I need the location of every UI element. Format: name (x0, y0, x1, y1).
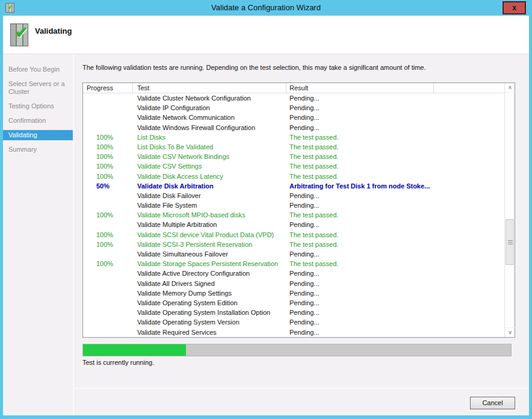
column-header-result[interactable]: Result (286, 83, 434, 93)
scroll-down-icon[interactable]: ∨ (505, 327, 515, 337)
progress-cell (83, 113, 133, 122)
table-row[interactable]: 100%Validate SCSI-3 Persistent Reservati… (83, 240, 505, 249)
result-cell: Pending... (286, 268, 505, 278)
close-button[interactable]: x (503, 1, 526, 14)
cancel-button[interactable]: Cancel (470, 397, 515, 409)
status-text: Test is currently running. (82, 359, 154, 366)
progress-cell: 100% (83, 230, 133, 240)
test-cell: Validate Cluster Network Configuration (133, 93, 286, 103)
column-header-progress[interactable]: Progress (83, 83, 133, 93)
table-row[interactable]: 100%Validate SCSI device Vital Product D… (83, 230, 505, 240)
table-row[interactable]: 100%Validate CSV Network BindingsThe tes… (83, 152, 505, 161)
table-row[interactable]: Validate Multiple ArbitrationPending... (83, 220, 505, 229)
result-cell: Pending... (286, 308, 505, 317)
progress-cell (83, 220, 133, 229)
table-row[interactable]: 100%Validate Disk Access LatencyThe test… (83, 172, 505, 181)
wizard-header: ✔ Validating (3, 16, 529, 54)
result-cell: The test passed. (286, 259, 505, 268)
instruction-text: The following validation tests are runni… (82, 64, 522, 71)
table-row[interactable]: 100%List Disks To Be ValidatedThe test p… (83, 142, 505, 152)
table-row[interactable]: Validate Cluster Network ConfigurationPe… (83, 93, 505, 103)
test-cell: Validate Operating System Version (133, 317, 286, 327)
result-cell: The test passed. (286, 152, 505, 161)
column-header-filler (434, 83, 505, 93)
result-cell: The test passed. (286, 132, 505, 142)
test-cell: Validate Disk Access Latency (133, 172, 286, 181)
table-row[interactable]: Validate Simultaneous FailoverPending... (83, 249, 505, 259)
progress-cell: 100% (83, 240, 133, 249)
progress-cell: 100% (83, 210, 133, 220)
progress-cell (83, 308, 133, 317)
progress-cell (83, 327, 133, 337)
result-cell: Pending... (286, 103, 505, 113)
result-cell: Pending... (286, 279, 505, 288)
test-table-body: Validate Cluster Network ConfigurationPe… (83, 93, 505, 337)
result-cell: Pending... (286, 93, 505, 103)
progress-cell: 100% (83, 142, 133, 152)
column-header-test[interactable]: Test (133, 83, 286, 93)
result-cell: Pending... (286, 123, 505, 132)
title-bar: ✔ Validate a Configuration Wizard x (0, 0, 532, 16)
sidebar-item-validating: Validating (3, 130, 73, 140)
table-row[interactable]: Validate Windows Firewall ConfigurationP… (83, 123, 505, 132)
progress-bar-fill (83, 344, 186, 356)
progress-cell: 100% (83, 152, 133, 161)
table-row[interactable]: 50%Validate Disk ArbitrationArbitrating … (83, 181, 505, 191)
vertical-scrollbar[interactable]: ∧ ∨ (504, 83, 515, 337)
result-cell: Pending... (286, 327, 505, 337)
window-title: Validate a Configuration Wizard (0, 0, 532, 15)
table-row[interactable]: Validate Network CommunicationPending... (83, 113, 505, 122)
result-cell: Pending... (286, 191, 505, 200)
sidebar-item-confirmation: Confirmation (3, 116, 73, 126)
sidebar-divider (73, 55, 74, 415)
test-cell: Validate Memory Dump Settings (133, 288, 286, 298)
wizard-surface: ✔ Validating Before You BeginSelect Serv… (3, 16, 529, 415)
table-row[interactable]: Validate Memory Dump SettingsPending... (83, 288, 505, 298)
test-cell: Validate File System (133, 200, 286, 210)
progress-cell (83, 288, 133, 298)
table-row[interactable]: Validate Required ServicesPending... (83, 327, 505, 337)
table-row[interactable]: 100%Validate Storage Spaces Persistent R… (83, 259, 505, 268)
test-cell: Validate Active Directory Configuration (133, 268, 286, 278)
sidebar-nav: Before You BeginSelect Servers or a Clus… (3, 55, 73, 415)
table-row[interactable]: Validate IP ConfigurationPending... (83, 103, 505, 113)
scroll-up-icon[interactable]: ∧ (505, 83, 515, 93)
progress-cell: 100% (83, 172, 133, 181)
test-cell: Validate Multiple Arbitration (133, 220, 286, 229)
scrollbar-thumb[interactable] (506, 219, 514, 265)
progress-cell (83, 279, 133, 288)
footer-divider (74, 388, 529, 389)
table-row[interactable]: Validate Active Directory ConfigurationP… (83, 268, 505, 278)
table-row[interactable]: Validate Operating System EditionPending… (83, 298, 505, 308)
table-row[interactable]: Validate Operating System VersionPending… (83, 317, 505, 327)
table-row[interactable]: 100%Validate Microsoft MPIO-based disksT… (83, 210, 505, 220)
result-cell: Pending... (286, 220, 505, 229)
table-row[interactable]: Validate Disk FailoverPending... (83, 191, 505, 200)
table-row[interactable]: 100%Validate CSV SettingsThe test passed… (83, 161, 505, 171)
progress-cell: 100% (83, 161, 133, 171)
test-cell: List Disks (133, 132, 286, 142)
table-row[interactable]: 100%List DisksThe test passed. (83, 132, 505, 142)
progress-cell (83, 298, 133, 308)
result-cell: Pending... (286, 288, 505, 298)
check-icon: ✔ (15, 23, 28, 42)
test-cell: Validate Microsoft MPIO-based disks (133, 210, 286, 220)
wizard-window: ✔ Validate a Configuration Wizard x ✔ Va… (0, 0, 532, 419)
result-cell: Pending... (286, 298, 505, 308)
result-cell: The test passed. (286, 142, 505, 152)
test-cell: Validate Simultaneous Failover (133, 249, 286, 259)
scrollbar-grip-icon (508, 240, 513, 245)
table-row[interactable]: Validate Operating System Installation O… (83, 308, 505, 317)
progress-cell: 100% (83, 259, 133, 268)
page-title: Validating (35, 26, 72, 36)
test-cell: List Disks To Be Validated (133, 142, 286, 152)
test-cell: Validate SCSI-3 Persistent Reservation (133, 240, 286, 249)
sidebar-item-summary: Summary (3, 144, 73, 155)
table-row[interactable]: Validate All Drivers SignedPending... (83, 279, 505, 288)
test-cell: Validate Operating System Edition (133, 298, 286, 308)
result-cell: The test passed. (286, 240, 505, 249)
progress-cell (83, 317, 133, 327)
progress-cell (83, 268, 133, 278)
table-row[interactable]: Validate File SystemPending... (83, 200, 505, 210)
test-cell: Validate IP Configuration (133, 103, 286, 113)
